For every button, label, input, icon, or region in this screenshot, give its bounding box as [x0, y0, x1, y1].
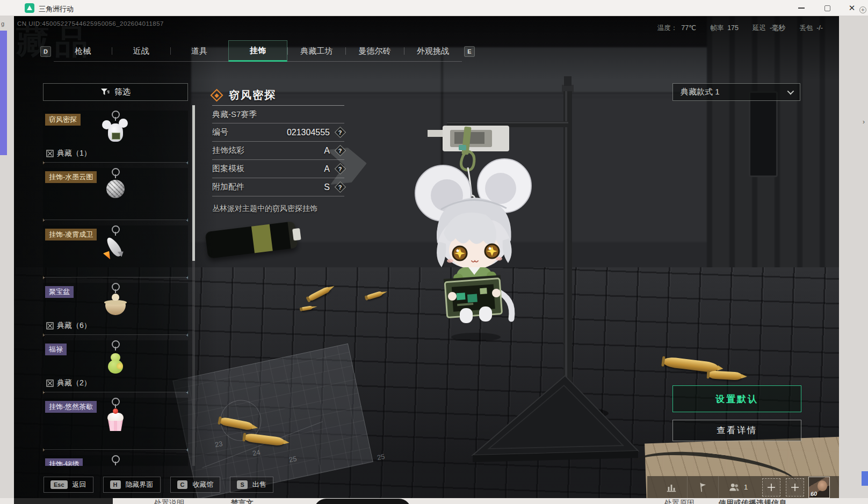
charm-display-3d-view[interactable]	[390, 64, 659, 472]
blueprint-mark: 25	[288, 455, 298, 464]
collection-count-text: 典藏（6）	[57, 321, 91, 331]
collection-count-badge: 典藏（2）	[46, 378, 91, 388]
blueprint-mark: 25	[377, 452, 386, 462]
corner-tick: +	[43, 389, 45, 396]
player-uid: CN UID:45005227544625950056_202604011857	[17, 20, 164, 27]
set-default-button[interactable]: 设置默认	[672, 385, 801, 412]
team-button[interactable]: 1	[718, 476, 757, 498]
shortcut-label: 收藏馆	[192, 480, 213, 490]
collection-count-badge: 典藏（6）	[46, 321, 91, 331]
shortcut-button[interactable]: C 收藏馆	[170, 477, 221, 493]
category-tab[interactable]: 外观挑战	[404, 40, 462, 62]
detail-row-label: 编号	[212, 127, 228, 137]
charm-list-item[interactable]: 挂饰-凌霄成卫 + +	[43, 225, 188, 277]
stats-button[interactable]	[656, 476, 687, 498]
app-title: 三角洲行动	[39, 4, 74, 14]
collection-icon	[46, 150, 54, 157]
detail-row-value: A	[324, 146, 330, 156]
flag-icon	[697, 481, 709, 493]
maximize-icon	[824, 5, 830, 11]
shortcut-keybadge: H	[110, 480, 121, 489]
shortcut-label: 返回	[73, 480, 86, 490]
charm-thumbnail	[97, 398, 134, 440]
category-tab[interactable]: 曼德尔砖	[345, 40, 403, 62]
item-name-chip: 挂饰-凌霄成卫	[45, 229, 97, 240]
corner-tick: +	[186, 447, 188, 453]
shortcut-button[interactable]: Esc 返回	[44, 477, 93, 493]
minimize-button[interactable]	[791, 0, 812, 16]
perf-fps: 帧率175	[710, 24, 739, 33]
shortcut-button[interactable]: H 隐藏界面	[103, 477, 161, 493]
detail-row: 图案模板 A ?	[212, 160, 344, 178]
team-member-count: 1	[744, 483, 748, 491]
detail-row: 附加配件 S ?	[212, 178, 344, 196]
charm-list-item[interactable]: 挂饰-水墨云图 + +	[43, 168, 188, 220]
shortcut-label: 隐藏界面	[126, 480, 154, 490]
help-icon[interactable]: ?	[335, 145, 346, 156]
tab-label: 曼德尔砖	[359, 46, 391, 56]
game-window: 23 24 25 25	[14, 16, 839, 498]
charm-item-list: 窃风密探 典藏（1） + + 挂饰-水墨云图 + + 挂饰-凌霄成卫 + + 聚…	[43, 105, 188, 466]
category-tab[interactable]: 道具	[170, 40, 228, 62]
detail-row-label: 挂饰炫彩	[212, 145, 244, 156]
perf-temp: 温度：77℃	[657, 24, 696, 33]
invite-slot-button[interactable]	[762, 478, 780, 496]
background-text-fragment: g	[1, 20, 4, 27]
collection-count-text: 典藏（1）	[57, 149, 91, 158]
sidebar-scrollbar[interactable]	[192, 105, 195, 466]
performance-stats: 温度：77℃ 帧率175 延迟-毫秒 丢包-/-	[657, 24, 823, 33]
app-logo-icon	[25, 3, 34, 13]
corner-tick: +	[186, 274, 188, 281]
shortcut-keybadge: C	[177, 480, 188, 489]
help-icon[interactable]: ?	[335, 181, 346, 193]
detail-header: 窃风密探	[212, 85, 344, 105]
collection-icon	[46, 379, 54, 387]
player-avatar[interactable]: 60	[808, 477, 830, 498]
background-window-bottom: 处置说明 禁言文 处置原因 使用或传播违规信息	[0, 498, 868, 504]
sidebar-scrollbar-thumb[interactable]	[192, 105, 195, 261]
item-season: 典藏-S7赛季	[212, 106, 344, 123]
item-detail-panel: 窃风密探 典藏-S7赛季 编号 021304555 ? 挂饰炫彩 A ? 图案模…	[212, 85, 344, 214]
help-icon[interactable]: ?	[335, 163, 346, 174]
corner-tick: +	[186, 389, 188, 396]
blueprint-mark: 23	[214, 440, 223, 449]
filter-button[interactable]: 筛选	[43, 83, 188, 101]
social-bar: 1 60	[647, 476, 839, 498]
background-chevron-icon: ›	[863, 118, 865, 126]
detail-row-label: 附加配件	[212, 182, 244, 192]
shortcut-keybadge: S	[237, 480, 247, 489]
charm-list-item[interactable]: 窃风密探 典藏（1） + +	[43, 111, 188, 163]
charm-list-item[interactable]: 福禄 典藏（2） + +	[43, 340, 188, 392]
invite-slot-button[interactable]	[786, 478, 804, 496]
maximize-button[interactable]	[816, 0, 838, 16]
category-tab[interactable]: 挂饰	[228, 40, 287, 62]
avatar-badge: 60	[810, 490, 817, 497]
charm-list-item[interactable]: 挂饰-锦绣 + +	[43, 455, 188, 466]
tab-label: 外观挑战	[417, 46, 449, 56]
detail-row-value: A	[324, 164, 330, 174]
corner-tick: +	[43, 274, 45, 281]
shortcut-button[interactable]: S 出售	[230, 477, 273, 493]
detail-row: 挂饰炫彩 A ?	[212, 142, 344, 159]
category-tab[interactable]: 近战	[112, 40, 170, 62]
collection-count-text: 典藏（2）	[57, 378, 91, 388]
style-select[interactable]: 典藏款式 1	[672, 83, 800, 101]
category-tab[interactable]: 典藏工坊	[287, 40, 345, 62]
category-tab[interactable]: 枪械	[54, 40, 112, 62]
view-details-button[interactable]: 查看详情	[672, 420, 801, 441]
tab-label: 道具	[191, 46, 207, 56]
background-blue-fragment	[862, 471, 868, 486]
charm-list-item[interactable]: 聚宝盆 典藏（6） + +	[43, 283, 188, 335]
help-icon[interactable]: ?	[335, 127, 346, 138]
charm-list-item[interactable]: 挂饰-悠然茶歇 + +	[43, 398, 188, 450]
background-value: 禁言文	[231, 499, 254, 504]
charm-thumbnail	[97, 111, 134, 152]
perf-packetloss: 丢包-/-	[799, 24, 823, 33]
charm-thumbnail	[97, 340, 134, 382]
item-name-chip: 福禄	[45, 344, 67, 355]
game-window-shadow	[14, 498, 113, 504]
people-icon	[728, 481, 741, 493]
tab-next-keybadge: E	[464, 46, 475, 57]
background-value: 使用或传播违规信息	[719, 499, 786, 504]
auction-button[interactable]	[687, 476, 718, 498]
